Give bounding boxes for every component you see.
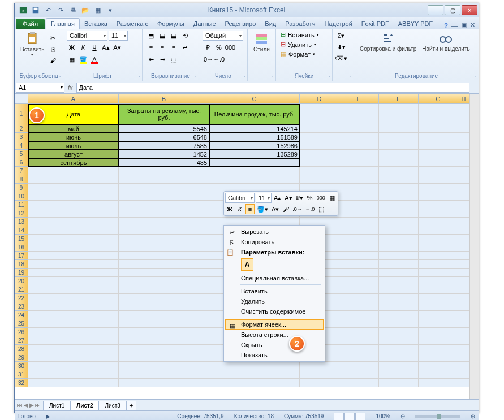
cell[interactable] — [300, 124, 339, 133]
new-sheet-button[interactable]: ✦ — [126, 401, 136, 410]
row-header-14[interactable]: 14 — [15, 226, 28, 235]
cell[interactable] — [458, 328, 469, 336]
row-header-8[interactable]: 8 — [15, 175, 28, 184]
copy-icon[interactable]: ⎘ — [48, 44, 58, 54]
cell[interactable] — [28, 294, 119, 302]
row-header-11[interactable]: 11 — [15, 201, 28, 209]
autosum-icon[interactable]: Σ▾ — [336, 31, 346, 41]
cell[interactable] — [379, 133, 419, 141]
cell[interactable] — [119, 370, 209, 379]
cell[interactable] — [379, 226, 419, 235]
cell[interactable]: 7585 — [119, 141, 209, 150]
format-painter-icon[interactable]: 🖌 — [48, 55, 58, 66]
row-header-3[interactable]: 3 — [15, 133, 28, 141]
fx-icon[interactable]: fx — [68, 84, 73, 91]
row-header-17[interactable]: 17 — [15, 252, 28, 260]
cell[interactable] — [339, 184, 379, 192]
align-bottom-icon[interactable]: ⬓ — [169, 31, 179, 41]
sheet-nav-first-icon[interactable]: ⏮ — [17, 402, 23, 408]
menu-paste-special[interactable]: Специальная вставка... — [225, 273, 324, 283]
mini-decrease-decimal-icon[interactable]: ←.0 — [304, 204, 316, 214]
zoom-level[interactable]: 100% — [376, 413, 390, 419]
cell[interactable] — [379, 192, 419, 201]
tab-page-layout[interactable]: Разметка с — [112, 19, 153, 29]
cell[interactable] — [458, 235, 469, 243]
mini-merge-icon[interactable]: ⬚ — [317, 204, 326, 214]
cell[interactable] — [379, 184, 419, 192]
mini-size-combo[interactable]: 11 — [256, 193, 272, 203]
row-header-22[interactable]: 22 — [15, 294, 28, 302]
tab-insert[interactable]: Вставка — [80, 19, 112, 29]
cell[interactable] — [379, 235, 419, 243]
menu-hide[interactable]: Скрыть — [225, 340, 324, 350]
row-header-2[interactable]: 2 — [15, 124, 28, 133]
row-header-4[interactable]: 4 — [15, 141, 28, 150]
cell[interactable] — [379, 353, 419, 362]
cell[interactable] — [119, 328, 209, 336]
row-header-20[interactable]: 20 — [15, 277, 28, 285]
cell[interactable] — [339, 104, 379, 124]
currency-icon[interactable]: ₽ — [203, 42, 213, 53]
cell[interactable] — [379, 302, 419, 311]
cell[interactable] — [119, 285, 209, 294]
paste-button[interactable]: Вставить ▾ — [18, 31, 46, 58]
cell[interactable] — [379, 294, 419, 302]
cell[interactable] — [339, 124, 379, 133]
row-header-7[interactable]: 7 — [15, 167, 28, 175]
cell[interactable] — [419, 167, 458, 175]
new-icon[interactable]: ▦ — [93, 5, 103, 15]
cell[interactable] — [119, 184, 209, 192]
tab-review[interactable]: Рецензиро — [221, 19, 261, 29]
shrink-font-icon[interactable]: A▾ — [112, 42, 122, 53]
cell[interactable] — [419, 362, 458, 370]
cell[interactable] — [28, 175, 119, 184]
cell[interactable] — [28, 353, 119, 362]
cell[interactable] — [119, 269, 209, 277]
cell[interactable] — [419, 235, 458, 243]
cell[interactable] — [419, 133, 458, 141]
column-header-F[interactable]: F — [379, 94, 419, 104]
qat-more-icon[interactable]: ▾ — [105, 5, 115, 15]
cell[interactable] — [379, 104, 419, 124]
cell[interactable] — [419, 285, 458, 294]
cell[interactable] — [379, 319, 419, 328]
mini-font-color-icon[interactable]: A▾ — [270, 204, 280, 214]
fill-color-icon[interactable]: 🪣 — [78, 54, 88, 64]
cell[interactable] — [119, 302, 209, 311]
cell[interactable] — [119, 201, 209, 209]
mini-borders-icon[interactable]: ▦ — [328, 193, 337, 203]
cell[interactable] — [28, 277, 119, 285]
tab-view[interactable]: Вид — [260, 19, 281, 29]
cell[interactable]: 5546 — [119, 124, 209, 133]
mini-percent-icon[interactable]: % — [305, 193, 315, 203]
cell[interactable] — [419, 353, 458, 362]
cell[interactable] — [419, 336, 458, 345]
row-header-32[interactable]: 32 — [15, 379, 28, 387]
cell[interactable] — [209, 158, 300, 167]
row-header-13[interactable]: 13 — [15, 218, 28, 226]
cell[interactable]: Величина продаж, тыс. руб. — [209, 104, 300, 124]
cell[interactable] — [458, 370, 469, 379]
row-header-24[interactable]: 24 — [15, 311, 28, 319]
cell[interactable] — [28, 311, 119, 319]
mini-comma-icon[interactable]: 000 — [316, 193, 326, 203]
view-normal-icon[interactable] — [334, 413, 344, 421]
align-top-icon[interactable]: ⬒ — [146, 31, 156, 41]
cell[interactable] — [419, 328, 458, 336]
cell[interactable] — [119, 192, 209, 201]
mini-currency-icon[interactable]: ₽▾ — [295, 193, 304, 203]
cell[interactable] — [419, 192, 458, 201]
mini-font-combo[interactable]: Calibri — [225, 193, 255, 203]
cell[interactable] — [458, 158, 469, 167]
cell[interactable] — [419, 218, 458, 226]
cell[interactable] — [379, 336, 419, 345]
minimize-button[interactable]: — — [428, 5, 443, 15]
cell[interactable] — [119, 235, 209, 243]
cell[interactable] — [458, 277, 469, 285]
clear-icon[interactable]: ⌫▾ — [336, 53, 346, 63]
cell[interactable] — [419, 243, 458, 252]
increase-decimal-icon[interactable]: .0→ — [203, 54, 213, 64]
cell[interactable] — [379, 362, 419, 370]
print-preview-icon[interactable]: 🖶 — [68, 5, 78, 15]
cell[interactable] — [339, 379, 379, 387]
